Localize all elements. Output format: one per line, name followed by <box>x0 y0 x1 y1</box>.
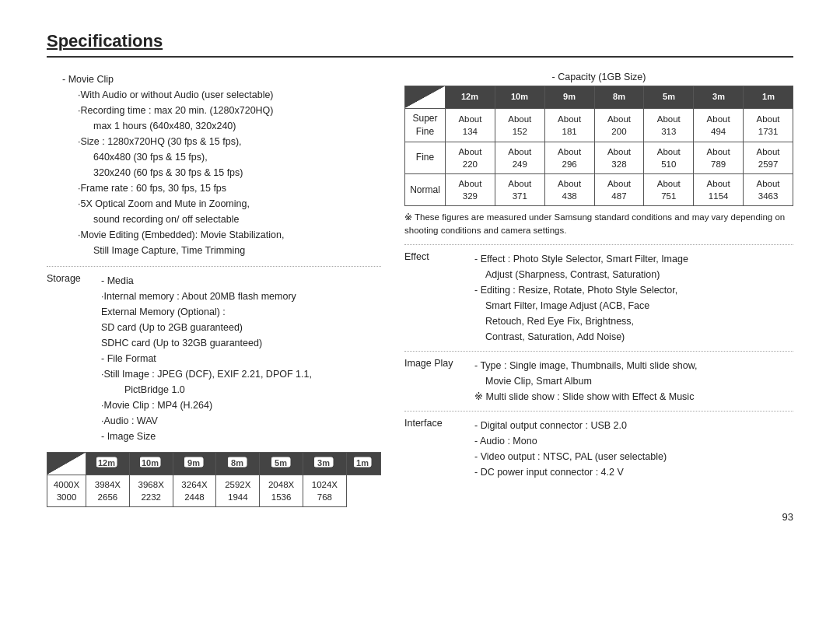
left-column: - Movie Clip ·With Audio or without Audi… <box>47 72 381 507</box>
img-header-8m: 8m <box>216 453 260 475</box>
cap-header-3m: 3m <box>694 86 744 109</box>
page-title: Specifications <box>47 31 793 58</box>
svg-text:5m: 5m <box>663 92 675 101</box>
page-number: 93 <box>782 511 793 523</box>
sf-1m: About1731 <box>744 109 793 142</box>
interface-line-1: - Digital output connector : USB 2.0 <box>474 418 793 433</box>
img-cell-12m: 4000X3000 <box>47 475 86 507</box>
fine-8m: About328 <box>594 142 644 173</box>
movie-line-6: 320x240 (60 fps & 30 fps & 15 fps) <box>47 165 381 180</box>
storage-label: Storage <box>47 273 93 444</box>
svg-text:9m: 9m <box>187 458 200 468</box>
cap-9m-icon: 9m <box>559 89 579 102</box>
svg-text:5m: 5m <box>275 458 287 468</box>
img-cell-9m: 3968X2232 <box>129 475 173 507</box>
effect-line-3: - Editing : Resize, Rotate, Photo Style … <box>474 282 793 298</box>
effect-label: Effect <box>404 251 467 262</box>
sf-5m: About313 <box>644 109 694 142</box>
svg-text:1m: 1m <box>762 92 775 101</box>
divider-2 <box>404 244 793 245</box>
capacity-title: - Capacity (1GB Size) <box>404 72 793 82</box>
img-header-12m: 12m <box>86 453 130 475</box>
movie-line-5: 640x480 (30 fps & 15 fps), <box>47 149 381 165</box>
svg-text:12m: 12m <box>98 458 115 468</box>
cap-header-10m: 10m <box>495 86 544 109</box>
storage-details: - Media ·Internal memory : About 20MB fl… <box>101 273 312 444</box>
interface-label: Interface <box>404 418 467 429</box>
img-cell-1m: 1024X768 <box>303 475 346 507</box>
sf-12m: About134 <box>446 109 495 142</box>
sf-9m: About181 <box>544 109 594 142</box>
norm-3m: About1154 <box>694 173 744 205</box>
svg-text:3m: 3m <box>712 92 725 101</box>
cap-header-5m: 5m <box>644 86 694 109</box>
svg-text:9m: 9m <box>563 92 576 101</box>
storage-line-11: - Image Size <box>101 429 312 444</box>
cap-10m-icon: 10m <box>509 89 530 102</box>
storage-line-5: SDHC card (Up to 32GB guaranteed) <box>101 335 312 351</box>
norm-12m: About329 <box>446 173 495 205</box>
5m-icon: 5m <box>271 456 292 468</box>
movie-line-2: ·Recording time : max 20 min. (1280x720H… <box>47 103 381 118</box>
img-header-3m: 3m <box>303 453 346 475</box>
8m-icon: 8m <box>228 456 248 468</box>
storage-line-9: ·Movie Clip : MP4 (H.264) <box>101 398 312 413</box>
storage-line-8: PictBridge 1.0 <box>101 382 312 398</box>
9m-icon: 9m <box>184 456 205 468</box>
svg-text:8m: 8m <box>613 92 625 101</box>
page: Specifications - Movie Clip ·With Audio … <box>0 0 840 538</box>
3m-icon: 3m <box>314 456 334 468</box>
norm-8m: About487 <box>594 173 644 205</box>
svg-text:8m: 8m <box>231 458 243 468</box>
storage-section: Storage - Media ·Internal memory : About… <box>47 273 381 444</box>
right-column: - Capacity (1GB Size) 12m 10m 9m <box>404 72 793 507</box>
img-cell-10m: 3984X2656 <box>86 475 130 507</box>
storage-line-2: ·Internal memory : About 20MB flash memo… <box>101 289 312 304</box>
movie-line-4: ·Size : 1280x720HQ (30 fps & 15 fps), <box>47 134 381 149</box>
img-header-10m: 10m <box>129 453 173 475</box>
sf-3m: About494 <box>694 109 744 142</box>
cap-8m-icon: 8m <box>609 89 629 102</box>
sf-10m: About152 <box>495 109 544 142</box>
interface-details: - Digital output connector : USB 2.0 - A… <box>474 418 793 480</box>
effect-line-2: Adjust (Sharpness, Contrast, Saturation) <box>474 267 793 282</box>
img-cell-3m: 2048X1536 <box>260 475 303 507</box>
capacity-row-superfine: SuperFine About134 About152 About181 Abo… <box>405 109 793 142</box>
sf-8m: About200 <box>594 109 644 142</box>
effect-details: - Effect : Photo Style Selector, Smart F… <box>474 251 793 345</box>
movie-clip-label: - Movie Clip <box>47 72 381 87</box>
effect-row: Effect - Effect : Photo Style Selector, … <box>404 251 793 345</box>
fine-12m: About220 <box>446 142 495 173</box>
fine-1m: About2597 <box>744 142 793 173</box>
fine-label: Fine <box>405 142 446 173</box>
fine-5m: About510 <box>644 142 694 173</box>
svg-text:10m: 10m <box>142 458 159 468</box>
storage-line-7: ·Still Image : JPEG (DCF), EXIF 2.21, DP… <box>101 366 312 382</box>
norm-9m: About438 <box>544 173 594 205</box>
img-table-diag-header <box>47 453 86 475</box>
movie-line-1: ·With Audio or without Audio (user selec… <box>47 87 381 103</box>
interface-line-2: - Audio : Mono <box>474 433 793 449</box>
svg-text:1m: 1m <box>356 458 369 468</box>
interface-row: Interface - Digital output connector : U… <box>404 418 793 480</box>
cap-1m-icon: 1m <box>759 89 778 102</box>
12m-icon: 12m <box>96 456 118 468</box>
cap-header-1m: 1m <box>744 86 793 109</box>
interface-line-3: - Video output : NTSC, PAL (user selecta… <box>474 449 793 464</box>
cap-header-12m: 12m <box>446 86 495 109</box>
movie-clip-section: - Movie Clip ·With Audio or without Audi… <box>47 72 381 258</box>
fine-9m: About296 <box>544 142 594 173</box>
cap-header-9m: 9m <box>544 86 594 109</box>
movie-line-7: ·Frame rate : 60 fps, 30 fps, 15 fps <box>47 180 381 196</box>
img-header-9m: 9m <box>173 453 216 475</box>
image-size-table: 12m 10m 9m 8m 5m <box>47 452 381 507</box>
storage-line-6: - File Format <box>101 351 312 366</box>
fine-10m: About249 <box>495 142 544 173</box>
image-size-row: 4000X3000 3984X2656 3968X2232 3264X2448 … <box>47 475 381 507</box>
svg-text:3m: 3m <box>317 458 330 468</box>
storage-line-4: SD card (Up to 2GB guaranteed) <box>101 320 312 335</box>
imageplay-line-1: - Type : Single image, Thumbnails, Multi… <box>474 358 793 373</box>
divider-3 <box>404 351 793 352</box>
movie-line-9: sound recording on/ off selectable <box>47 212 381 227</box>
interface-line-4: - DC power input connector : 4.2 V <box>474 464 793 480</box>
